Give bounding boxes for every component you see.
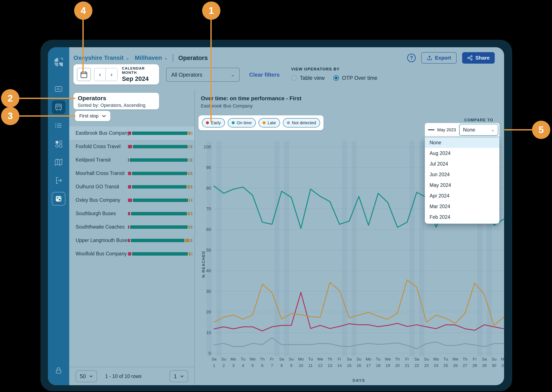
bar-segment-late (189, 252, 191, 256)
x-day-label: 4 (242, 363, 244, 368)
otp-stacked-bar (128, 199, 192, 202)
operator-row[interactable]: Oulhurst GO Transit (69, 180, 194, 193)
operators-bus-icon[interactable] (52, 100, 65, 114)
operators-panel: Operators Sorted by: Operators, Ascendin… (69, 90, 195, 385)
x-dow-label: Su (289, 357, 294, 361)
legend-chip-late[interactable]: Late (258, 118, 280, 127)
legend-chip-not-detected[interactable]: Not detected (283, 118, 320, 127)
x-day-label: 22 (415, 363, 419, 368)
weekend-band (409, 141, 415, 356)
x-dow-label: Fr (270, 357, 274, 361)
legend-chip-on-time[interactable]: On time (228, 118, 256, 127)
help-button[interactable]: ? (407, 54, 416, 62)
bar-segment-on_time (132, 185, 187, 189)
export-button[interactable]: Export (421, 52, 457, 64)
x-day-label: 28 (472, 363, 477, 368)
next-month-button[interactable]: › (106, 68, 117, 81)
operator-row[interactable]: Woolfold Bus Company (69, 247, 194, 260)
callout-line-4 (82, 11, 84, 74)
badge-3-label: 3 (8, 111, 13, 121)
bar-segment-early (128, 199, 132, 202)
bar-segment-early (128, 145, 132, 148)
x-dow-label: Mo (298, 357, 304, 361)
shapes-icon[interactable] (52, 137, 65, 151)
x-day-label: 18 (376, 363, 380, 368)
operator-row[interactable]: Moorhall Cross Transit (69, 167, 194, 180)
bar-segment-early (128, 158, 129, 162)
x-day-label: 19 (386, 363, 390, 368)
page-select[interactable]: 1 (170, 370, 188, 382)
lock-icon[interactable] (52, 364, 65, 378)
compare-series-legend: May 2023 (425, 127, 459, 132)
otp-stacked-bar (128, 172, 192, 175)
analytics-icon[interactable] (52, 82, 65, 96)
dropdown-option-may-2024[interactable]: May 2024 (425, 180, 499, 190)
dropdown-option-aug-2024[interactable]: Aug 2024 (425, 148, 499, 159)
app-content: Oxeyshire Transit ⌄ Millhaven ⌄ Operator… (48, 47, 504, 385)
operator-row[interactable]: Foxfold Cross Travel (69, 140, 194, 153)
breadcrumb-divider (173, 54, 173, 62)
radio-circle-icon (291, 75, 297, 81)
calendar-month-card: ‹ › CALENDAR MONTH Sep 2024 (73, 64, 159, 84)
radio-otp-over-time[interactable]: OTP Over time (333, 75, 377, 81)
bar-segment-not_detected (190, 239, 192, 242)
page-size-select[interactable]: 50 (76, 370, 97, 382)
dropdown-option-feb-2024[interactable]: Feb 2024 (425, 212, 499, 222)
calendar-button[interactable] (77, 68, 91, 81)
operator-row[interactable]: Keldpool Transit (69, 153, 194, 167)
x-day-label: 8 (280, 363, 283, 368)
x-day-label: 23 (424, 363, 429, 368)
badge-1-label: 1 (209, 5, 214, 16)
previous-month-button[interactable]: ‹ (94, 68, 106, 81)
x-dow-label: Sa (279, 357, 284, 361)
x-day-label: 16 (357, 363, 361, 368)
weekend-band (216, 141, 222, 356)
y-tick-label: 10 (206, 330, 211, 335)
dropdown-option-apr-2024[interactable]: Apr 2024 (425, 190, 499, 201)
callout-line-2 (10, 98, 75, 99)
dropdown-option-jun-2024[interactable]: Jun 2024 (425, 169, 499, 180)
callout-badge-4: 4 (74, 1, 93, 20)
dropdown-option-mar-2024[interactable]: Mar 2024 (425, 201, 499, 212)
bar-segment-on_time (131, 239, 184, 242)
operator-name: Keldpool Transit (76, 157, 111, 163)
radio-table-view[interactable]: Table view (291, 75, 325, 81)
clear-filters-link[interactable]: Clear filters (249, 71, 280, 78)
x-dow-label: We (250, 357, 256, 361)
map-icon[interactable] (52, 155, 65, 169)
bar-segment-on_time (133, 145, 188, 148)
y-tick-label: 80 (206, 186, 211, 190)
otp-stacked-bar (128, 185, 192, 189)
operator-row[interactable]: Souththwaite Coaches (69, 220, 194, 234)
x-dow-label: Fr (405, 357, 409, 361)
x-dow-label: Sa (482, 357, 487, 361)
dropdown-option-jul-2024[interactable]: Jul 2024 (425, 159, 499, 169)
badge-4-label: 4 (81, 5, 86, 16)
x-day-label: 10 (299, 363, 303, 368)
month-stepper: ‹ › (94, 68, 118, 81)
operator-row[interactable]: Southburgh Buses (69, 207, 194, 220)
sign-out-icon[interactable] (52, 174, 65, 187)
bar-segment-not_detected (191, 225, 192, 229)
x-dow-label: Mo (501, 357, 504, 361)
x-day-label: 3 (232, 363, 235, 368)
app-badge-icon[interactable] (52, 192, 65, 206)
breadcrumb-region[interactable]: Millhaven ⌄ (135, 55, 168, 61)
operator-row[interactable]: Oxley Bus Company (69, 193, 194, 207)
callout-badge-2: 2 (1, 89, 19, 107)
breadcrumb-org[interactable]: Oxeyshire Transit ⌄ (73, 55, 129, 61)
operator-row[interactable]: Upper Langmouth Buses (69, 234, 194, 247)
chart-subtitle: Eastbrook Bus Company (201, 103, 253, 109)
legend-chip-early[interactable]: Early (202, 118, 225, 127)
compare-select[interactable]: None ⌄ (459, 124, 498, 136)
operator-filter-value: All Operators (171, 72, 202, 78)
calendar-icon (80, 70, 88, 79)
list-icon[interactable] (52, 119, 65, 132)
x-day-label: 9 (290, 363, 292, 368)
share-button[interactable]: Share (462, 52, 495, 64)
dropdown-option-none[interactable]: None (425, 137, 499, 148)
weekend-band (419, 141, 424, 356)
operator-filter-select[interactable]: All Operators ⌄ (166, 68, 240, 82)
stop-filter-select[interactable]: First stop (75, 111, 110, 121)
operator-row[interactable]: Eastbrook Bus Company (69, 126, 194, 140)
